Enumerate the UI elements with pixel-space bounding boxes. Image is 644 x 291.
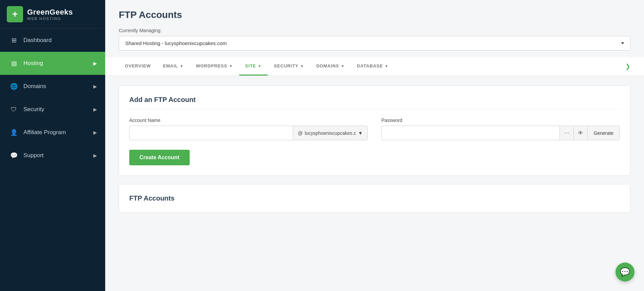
tab-security[interactable]: SECURITY ▼ (268, 57, 310, 76)
managing-select[interactable]: Shared Hosting - lucysphoenixcupcakes.co… (119, 36, 630, 50)
add-ftp-card-title: Add an FTP Account (129, 96, 620, 109)
page-header: FTP Accounts (105, 0, 644, 24)
password-input[interactable] (382, 126, 560, 140)
security-tab-dropdown-icon: ▼ (300, 64, 304, 68)
chat-bubble-button[interactable]: 💬 (615, 263, 634, 282)
tab-wordpress[interactable]: WORDPRESS ▼ (190, 57, 239, 76)
dashboard-icon: ⊞ (9, 36, 19, 45)
account-name-label: Account Name (129, 118, 368, 123)
logo: + GreenGeeks WEB HOSTING (0, 0, 105, 29)
sidebar: + GreenGeeks WEB HOSTING ⊞ Dashboard ▤ H… (0, 0, 105, 291)
password-label: Password (381, 118, 620, 123)
wordpress-dropdown-icon: ▼ (229, 64, 233, 68)
domain-dropdown-icon: ▼ (358, 130, 363, 136)
password-toggle-visibility-button[interactable]: 👁 (574, 127, 588, 140)
logo-text-main: GreenGeeks (27, 8, 73, 17)
tab-domains[interactable]: DOMAINS ▼ (310, 57, 351, 76)
domains-icon: 🌐 (9, 82, 19, 91)
tabs-more-button[interactable]: ❯ (625, 59, 630, 74)
password-dots-button[interactable]: ⋯ (560, 126, 574, 140)
support-icon: 💬 (9, 151, 19, 160)
sidebar-item-support[interactable]: 💬 Support ▶ (0, 144, 105, 167)
ftp-accounts-card: FTP Accounts (119, 184, 630, 213)
support-arrow: ▶ (93, 153, 97, 158)
hosting-icon: ▤ (9, 59, 19, 68)
account-name-group: Account Name @ lucysphoenixcupcakes.c ▼ (129, 118, 368, 140)
domains-arrow: ▶ (93, 84, 97, 89)
form-row: Account Name @ lucysphoenixcupcakes.c ▼ … (129, 118, 620, 140)
hosting-arrow: ▶ (93, 61, 97, 66)
page-title: FTP Accounts (119, 9, 630, 20)
sidebar-item-dashboard[interactable]: ⊞ Dashboard (0, 29, 105, 52)
tab-database[interactable]: DATABASE ▼ (351, 57, 395, 76)
database-dropdown-icon: ▼ (385, 64, 389, 68)
generate-password-button[interactable]: Generate (588, 127, 620, 139)
sidebar-item-security[interactable]: 🛡 Security ▶ (0, 98, 105, 121)
sidebar-item-affiliate[interactable]: 👤 Affiliate Program ▶ (0, 121, 105, 144)
chat-bubble-icon: 💬 (620, 267, 630, 277)
currently-managing-section: Currently Managing: Shared Hosting - luc… (105, 24, 644, 50)
logo-text-sub: WEB HOSTING (27, 17, 73, 21)
sidebar-item-domains[interactable]: 🌐 Domains ▶ (0, 75, 105, 98)
password-input-wrapper: ⋯ 👁 Generate (381, 126, 620, 140)
tab-email[interactable]: EMAIL ▼ (157, 57, 190, 76)
account-name-input-wrapper: @ lucysphoenixcupcakes.c ▼ (129, 126, 368, 140)
domain-value: lucysphoenixcupcakes.c (305, 130, 356, 136)
managing-label: Currently Managing: (119, 28, 630, 33)
logo-icon: + (7, 6, 23, 22)
password-group: Password ⋯ 👁 Generate (381, 118, 620, 140)
site-dropdown-icon: ▼ (258, 64, 262, 68)
tab-overview[interactable]: OVERVIEW (119, 57, 157, 76)
security-icon: 🛡 (9, 105, 19, 114)
password-icons: ⋯ 👁 Generate (560, 126, 620, 140)
at-symbol: @ (298, 130, 303, 136)
content-area: Add an FTP Account Account Name @ lucysp… (105, 76, 644, 222)
domain-suffix[interactable]: @ lucysphoenixcupcakes.c ▼ (293, 126, 367, 140)
affiliate-icon: 👤 (9, 128, 19, 137)
main-content: FTP Accounts Currently Managing: Shared … (105, 0, 644, 291)
tab-site[interactable]: SITE ▼ (239, 57, 268, 76)
email-dropdown-icon: ▼ (180, 64, 184, 68)
security-arrow: ▶ (93, 107, 97, 112)
add-ftp-card: Add an FTP Account Account Name @ lucysp… (119, 85, 630, 176)
account-name-input[interactable] (130, 126, 293, 140)
domains-tab-dropdown-icon: ▼ (341, 64, 345, 68)
ftp-accounts-title: FTP Accounts (129, 194, 620, 202)
tabs-bar: OVERVIEW EMAIL ▼ WORDPRESS ▼ SITE ▼ SECU… (105, 57, 644, 76)
create-account-button[interactable]: Create Account (129, 150, 190, 165)
sidebar-item-hosting[interactable]: ▤ Hosting ▶ (0, 52, 105, 75)
affiliate-arrow: ▶ (93, 130, 97, 135)
